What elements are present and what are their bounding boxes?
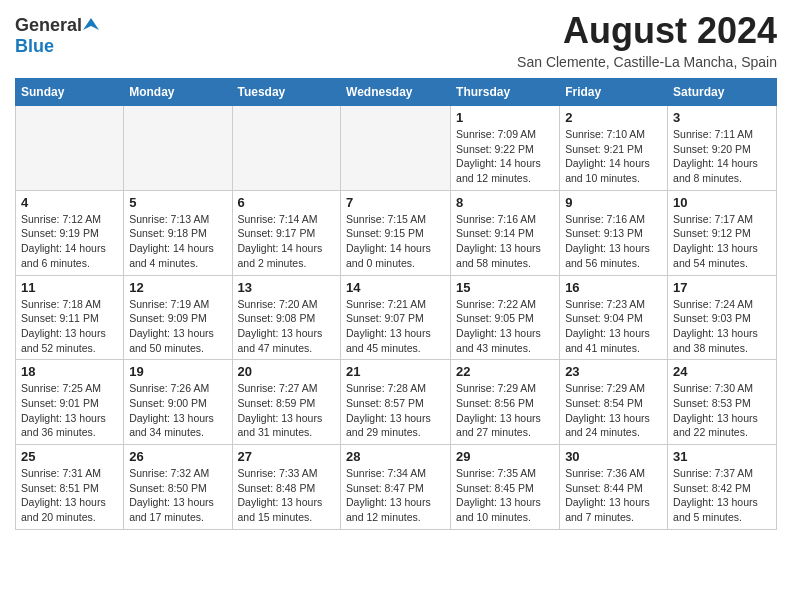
- calendar-cell: 8Sunrise: 7:16 AM Sunset: 9:14 PM Daylig…: [451, 190, 560, 275]
- day-number: 1: [456, 110, 554, 125]
- day-number: 25: [21, 449, 118, 464]
- calendar-cell: 18Sunrise: 7:25 AM Sunset: 9:01 PM Dayli…: [16, 360, 124, 445]
- calendar-cell: 15Sunrise: 7:22 AM Sunset: 9:05 PM Dayli…: [451, 275, 560, 360]
- cell-info: Sunrise: 7:33 AM Sunset: 8:48 PM Dayligh…: [238, 466, 336, 525]
- calendar-cell: 3Sunrise: 7:11 AM Sunset: 9:20 PM Daylig…: [668, 106, 777, 191]
- cell-info: Sunrise: 7:14 AM Sunset: 9:17 PM Dayligh…: [238, 212, 336, 271]
- day-number: 31: [673, 449, 771, 464]
- calendar-cell: 1Sunrise: 7:09 AM Sunset: 9:22 PM Daylig…: [451, 106, 560, 191]
- title-area: August 2024 San Clemente, Castille-La Ma…: [517, 10, 777, 70]
- calendar-cell: [232, 106, 341, 191]
- day-number: 21: [346, 364, 445, 379]
- cell-info: Sunrise: 7:16 AM Sunset: 9:14 PM Dayligh…: [456, 212, 554, 271]
- calendar-cell: 23Sunrise: 7:29 AM Sunset: 8:54 PM Dayli…: [560, 360, 668, 445]
- calendar-cell: [341, 106, 451, 191]
- col-header-friday: Friday: [560, 79, 668, 106]
- calendar-cell: 2Sunrise: 7:10 AM Sunset: 9:21 PM Daylig…: [560, 106, 668, 191]
- col-header-saturday: Saturday: [668, 79, 777, 106]
- calendar-cell: 31Sunrise: 7:37 AM Sunset: 8:42 PM Dayli…: [668, 445, 777, 530]
- day-number: 29: [456, 449, 554, 464]
- calendar-cell: 16Sunrise: 7:23 AM Sunset: 9:04 PM Dayli…: [560, 275, 668, 360]
- cell-info: Sunrise: 7:10 AM Sunset: 9:21 PM Dayligh…: [565, 127, 662, 186]
- cell-info: Sunrise: 7:36 AM Sunset: 8:44 PM Dayligh…: [565, 466, 662, 525]
- calendar-cell: 19Sunrise: 7:26 AM Sunset: 9:00 PM Dayli…: [124, 360, 232, 445]
- day-number: 12: [129, 280, 226, 295]
- calendar-week-row: 1Sunrise: 7:09 AM Sunset: 9:22 PM Daylig…: [16, 106, 777, 191]
- day-number: 14: [346, 280, 445, 295]
- calendar-cell: [16, 106, 124, 191]
- day-number: 17: [673, 280, 771, 295]
- day-number: 3: [673, 110, 771, 125]
- calendar-cell: 11Sunrise: 7:18 AM Sunset: 9:11 PM Dayli…: [16, 275, 124, 360]
- day-number: 27: [238, 449, 336, 464]
- cell-info: Sunrise: 7:15 AM Sunset: 9:15 PM Dayligh…: [346, 212, 445, 271]
- cell-info: Sunrise: 7:19 AM Sunset: 9:09 PM Dayligh…: [129, 297, 226, 356]
- day-number: 2: [565, 110, 662, 125]
- day-number: 16: [565, 280, 662, 295]
- calendar-cell: 26Sunrise: 7:32 AM Sunset: 8:50 PM Dayli…: [124, 445, 232, 530]
- day-number: 6: [238, 195, 336, 210]
- cell-info: Sunrise: 7:18 AM Sunset: 9:11 PM Dayligh…: [21, 297, 118, 356]
- cell-info: Sunrise: 7:37 AM Sunset: 8:42 PM Dayligh…: [673, 466, 771, 525]
- day-number: 15: [456, 280, 554, 295]
- calendar-cell: 24Sunrise: 7:30 AM Sunset: 8:53 PM Dayli…: [668, 360, 777, 445]
- logo: General Blue: [15, 10, 99, 57]
- day-number: 19: [129, 364, 226, 379]
- calendar-cell: 30Sunrise: 7:36 AM Sunset: 8:44 PM Dayli…: [560, 445, 668, 530]
- month-year-title: August 2024: [517, 10, 777, 52]
- cell-info: Sunrise: 7:35 AM Sunset: 8:45 PM Dayligh…: [456, 466, 554, 525]
- col-header-tuesday: Tuesday: [232, 79, 341, 106]
- cell-info: Sunrise: 7:26 AM Sunset: 9:00 PM Dayligh…: [129, 381, 226, 440]
- day-number: 23: [565, 364, 662, 379]
- calendar-cell: 29Sunrise: 7:35 AM Sunset: 8:45 PM Dayli…: [451, 445, 560, 530]
- col-header-thursday: Thursday: [451, 79, 560, 106]
- location-subtitle: San Clemente, Castille-La Mancha, Spain: [517, 54, 777, 70]
- cell-info: Sunrise: 7:30 AM Sunset: 8:53 PM Dayligh…: [673, 381, 771, 440]
- cell-info: Sunrise: 7:16 AM Sunset: 9:13 PM Dayligh…: [565, 212, 662, 271]
- page-header: General Blue August 2024 San Clemente, C…: [15, 10, 777, 70]
- logo-bird-icon: [83, 16, 99, 32]
- cell-info: Sunrise: 7:11 AM Sunset: 9:20 PM Dayligh…: [673, 127, 771, 186]
- day-number: 11: [21, 280, 118, 295]
- cell-info: Sunrise: 7:31 AM Sunset: 8:51 PM Dayligh…: [21, 466, 118, 525]
- cell-info: Sunrise: 7:09 AM Sunset: 9:22 PM Dayligh…: [456, 127, 554, 186]
- cell-info: Sunrise: 7:27 AM Sunset: 8:59 PM Dayligh…: [238, 381, 336, 440]
- day-number: 7: [346, 195, 445, 210]
- calendar-cell: 4Sunrise: 7:12 AM Sunset: 9:19 PM Daylig…: [16, 190, 124, 275]
- calendar-cell: 25Sunrise: 7:31 AM Sunset: 8:51 PM Dayli…: [16, 445, 124, 530]
- calendar-cell: [124, 106, 232, 191]
- day-number: 18: [21, 364, 118, 379]
- calendar-cell: 7Sunrise: 7:15 AM Sunset: 9:15 PM Daylig…: [341, 190, 451, 275]
- cell-info: Sunrise: 7:34 AM Sunset: 8:47 PM Dayligh…: [346, 466, 445, 525]
- logo-blue: Blue: [15, 36, 54, 57]
- day-number: 10: [673, 195, 771, 210]
- day-number: 20: [238, 364, 336, 379]
- day-number: 8: [456, 195, 554, 210]
- calendar-cell: 13Sunrise: 7:20 AM Sunset: 9:08 PM Dayli…: [232, 275, 341, 360]
- svg-marker-0: [83, 18, 99, 30]
- calendar-cell: 9Sunrise: 7:16 AM Sunset: 9:13 PM Daylig…: [560, 190, 668, 275]
- calendar-cell: 10Sunrise: 7:17 AM Sunset: 9:12 PM Dayli…: [668, 190, 777, 275]
- logo-general: General: [15, 15, 82, 36]
- calendar-cell: 14Sunrise: 7:21 AM Sunset: 9:07 PM Dayli…: [341, 275, 451, 360]
- cell-info: Sunrise: 7:13 AM Sunset: 9:18 PM Dayligh…: [129, 212, 226, 271]
- cell-info: Sunrise: 7:22 AM Sunset: 9:05 PM Dayligh…: [456, 297, 554, 356]
- col-header-wednesday: Wednesday: [341, 79, 451, 106]
- day-number: 9: [565, 195, 662, 210]
- calendar-cell: 20Sunrise: 7:27 AM Sunset: 8:59 PM Dayli…: [232, 360, 341, 445]
- day-number: 26: [129, 449, 226, 464]
- calendar-week-row: 4Sunrise: 7:12 AM Sunset: 9:19 PM Daylig…: [16, 190, 777, 275]
- cell-info: Sunrise: 7:24 AM Sunset: 9:03 PM Dayligh…: [673, 297, 771, 356]
- calendar-cell: 5Sunrise: 7:13 AM Sunset: 9:18 PM Daylig…: [124, 190, 232, 275]
- day-number: 13: [238, 280, 336, 295]
- calendar-cell: 6Sunrise: 7:14 AM Sunset: 9:17 PM Daylig…: [232, 190, 341, 275]
- calendar-cell: 22Sunrise: 7:29 AM Sunset: 8:56 PM Dayli…: [451, 360, 560, 445]
- cell-info: Sunrise: 7:25 AM Sunset: 9:01 PM Dayligh…: [21, 381, 118, 440]
- day-number: 5: [129, 195, 226, 210]
- day-number: 28: [346, 449, 445, 464]
- calendar-week-row: 18Sunrise: 7:25 AM Sunset: 9:01 PM Dayli…: [16, 360, 777, 445]
- calendar-cell: 28Sunrise: 7:34 AM Sunset: 8:47 PM Dayli…: [341, 445, 451, 530]
- cell-info: Sunrise: 7:21 AM Sunset: 9:07 PM Dayligh…: [346, 297, 445, 356]
- cell-info: Sunrise: 7:29 AM Sunset: 8:56 PM Dayligh…: [456, 381, 554, 440]
- day-number: 30: [565, 449, 662, 464]
